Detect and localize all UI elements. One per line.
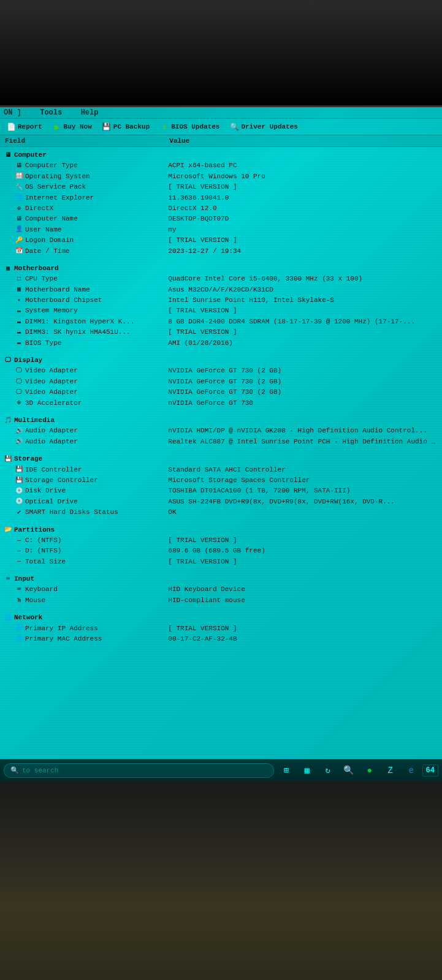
multimedia-section-icon: 🎵 xyxy=(4,417,12,425)
driver-icon: 🔍 xyxy=(229,122,239,132)
table-row[interactable]: ▬ System Memory [ TRIAL VERSION ] xyxy=(0,306,442,316)
taskbar-btn-green[interactable]: ● xyxy=(360,762,379,779)
table-row[interactable]: ✔ SMART Hard Disks Status OK xyxy=(0,507,442,518)
report-icon: 📄 xyxy=(6,122,16,132)
table-row[interactable]: 💾 IDE Controller Standard SATA AHCI Cont… xyxy=(0,465,442,475)
toolbar-report-btn[interactable]: 📄 Report xyxy=(4,121,45,133)
toolbar-pcbackup-btn[interactable]: 💾 PC Backup xyxy=(99,121,152,133)
taskbar-btn-search[interactable]: 🔍 xyxy=(339,762,359,779)
table-row[interactable]: 📅 Date / Time 2023-12-27 / 19:34 xyxy=(0,246,442,257)
taskbar-btn-grid[interactable]: ▦ xyxy=(297,762,317,779)
sp-icon: 🔧 xyxy=(15,183,23,192)
info-table: Field Value 🖥 Computer xyxy=(0,135,442,644)
dx-icon: ⊗ xyxy=(15,205,23,213)
dpart-icon: — xyxy=(15,547,23,556)
taskbar-btn-z[interactable]: Z xyxy=(381,762,400,779)
dimm1-icon: ▬ xyxy=(15,318,23,326)
section-motherboard[interactable]: ▦ Motherboard xyxy=(0,260,442,274)
disk-icon: 💿 xyxy=(15,487,23,496)
taskbar-btn-refresh[interactable]: ↻ xyxy=(318,762,338,779)
toolbar-driver-btn[interactable]: 🔍 Driver Updates xyxy=(227,121,300,133)
toolbar-bios-btn[interactable]: ⬇ BIOS Updates xyxy=(157,121,222,133)
section-storage[interactable]: 💾 Storage xyxy=(0,451,442,464)
taskbar-num-badge: 64 xyxy=(422,764,438,777)
table-row[interactable]: 🌐 Primary MAC Address 00-17-C2-AF-32-4B xyxy=(0,634,442,644)
section-partitions[interactable]: 📂 Partitions xyxy=(0,522,442,535)
table-row[interactable]: ⊗ DirectX DirectX 12.0 xyxy=(0,203,442,214)
table-row[interactable]: 🖥 Computer Name DESKTOP-BQDT07D xyxy=(0,214,442,224)
storage-section-icon: 💾 xyxy=(4,455,12,464)
computer-type-icon: 🖥 xyxy=(15,162,23,170)
datetime-icon: 📅 xyxy=(15,247,23,255)
table-row[interactable]: 🖵 Video Adapter NVIDIA GeForce GT 730 (2… xyxy=(0,366,442,376)
buynow-icon: ▶ xyxy=(52,122,62,132)
table-row[interactable]: — D: (NTFS) 689.6 GB (689.5 GB free) xyxy=(0,546,442,556)
taskbar-search[interactable]: 🔍 to search xyxy=(4,763,274,778)
keyboard-icon: ⌨ xyxy=(15,586,23,594)
ide-icon: 💾 xyxy=(15,466,23,474)
taskbar-btn-start[interactable]: ⊞ xyxy=(276,762,296,779)
toolbar: 📄 Report ▶ Buy Now 💾 PC Backup ⬇ BIOS Up… xyxy=(0,119,442,135)
table-row[interactable]: 🌐 Primary IP Address [ TRIAL VERSION ] xyxy=(0,624,442,634)
table-row[interactable]: — Total Size [ TRIAL VERSION ] xyxy=(0,557,442,567)
domain-icon: 🔑 xyxy=(15,236,23,245)
table-row[interactable]: 🔊 Audio Adapter nVIDIA HDMI/DP @ nVIDIA … xyxy=(0,426,442,436)
table-row[interactable]: ▪ Motherboard Chipset Intel Sunrise Poin… xyxy=(0,295,442,306)
storctrl-icon: 💾 xyxy=(15,477,23,485)
top-bezel xyxy=(0,0,442,107)
table-row[interactable]: 👤 User Name my xyxy=(0,225,442,235)
section-display[interactable]: 🖵 Display xyxy=(0,352,442,366)
table-row[interactable]: ⌨ Keyboard HID Keyboard Device xyxy=(0,584,442,595)
mac-icon: 🌐 xyxy=(15,635,23,644)
table-row[interactable]: — C: (NTFS) [ TRIAL VERSION ] xyxy=(0,535,442,546)
audio2-icon: 🔊 xyxy=(15,437,23,446)
table-row[interactable]: ▬ BIOS Type AMI (01/28/2016) xyxy=(0,338,442,349)
table-row[interactable]: ▬ DIMM1: Kingston HyperX K... 8 GB DDR4-… xyxy=(0,317,442,327)
table-row[interactable]: 🔑 Logon Domain [ TRIAL VERSION ] xyxy=(0,235,442,246)
table-row[interactable]: ▦ Motherboard Name Asus M32CD/A/F/K20CD/… xyxy=(0,285,442,295)
table-row[interactable]: 🖱 Mouse HID-compliant mouse xyxy=(0,595,442,606)
table-row[interactable]: 🖵 Video Adapter NVIDIA GeForce GT 730 (2… xyxy=(0,387,442,398)
menu-tools[interactable]: Tools xyxy=(40,108,62,117)
table-row[interactable]: ▬ DIMM3: SK hynix HMA451U... [ TRIAL VER… xyxy=(0,327,442,337)
dimm3-icon: ▬ xyxy=(15,328,23,337)
search-icon: 🔍 xyxy=(10,766,19,774)
table-row[interactable]: 🔊 Audio Adapter Realtek ALC887 @ Intel S… xyxy=(0,437,442,447)
mouse-icon: 🖱 xyxy=(15,597,23,605)
driver-label: Driver Updates xyxy=(241,123,297,130)
table-row[interactable]: □ CPU Type QuadCore Intel Core i5-6400, … xyxy=(0,274,442,284)
net-section-icon: 🌐 xyxy=(4,614,12,622)
cpart-icon: — xyxy=(15,537,23,545)
section-computer-label: Computer xyxy=(14,151,47,160)
mbname-icon: ▦ xyxy=(15,285,23,294)
table-row[interactable]: 💾 Storage Controller Microsoft Storage S… xyxy=(0,475,442,486)
section-input[interactable]: ⌨ Input xyxy=(0,571,442,584)
menu-bar: ON ] Tools Help xyxy=(0,107,442,119)
section-multimedia[interactable]: 🎵 Multimedia xyxy=(0,412,442,426)
cpu-icon: □ xyxy=(15,275,23,284)
table-row[interactable]: 💿 Disk Drive TOSHIBA DT01ACA100 (1 TB, 7… xyxy=(0,486,442,496)
smart-icon: ✔ xyxy=(15,508,23,517)
search-placeholder: to search xyxy=(22,767,58,774)
table-row[interactable]: 🖵 Video Adapter NVIDIA GeForce GT 730 (2… xyxy=(0,377,442,387)
table-row[interactable]: 🖥 Computer Type ACPI x64-based PC xyxy=(0,160,442,171)
table-row[interactable]: 🔧 OS Service Pack [ TRIAL VERSION ] xyxy=(0,182,442,192)
table-row[interactable]: 🪟 Operating System Microsoft Windows 10 … xyxy=(0,172,442,182)
table-row[interactable]: 🌐 Internet Explorer 11.3636.19041.0 xyxy=(0,193,442,203)
menu-help[interactable]: Help xyxy=(81,108,99,117)
menu-partial-text: ON ] xyxy=(4,108,21,117)
mb-section-icon: ▦ xyxy=(4,265,12,273)
section-computer[interactable]: 🖥 Computer xyxy=(0,147,442,161)
ip-icon: 🌐 xyxy=(15,624,23,633)
table-row[interactable]: 💿 Optical Drive ASUS SH-224FB DVD+R9(8x,… xyxy=(0,497,442,507)
taskbar-btn-edge[interactable]: e xyxy=(402,762,421,779)
section-network[interactable]: 🌐 Network xyxy=(0,609,442,623)
user-icon: 👤 xyxy=(15,225,23,234)
pcbackup-label: PC Backup xyxy=(113,123,150,130)
col-value: Value xyxy=(164,135,442,147)
input-section-icon: ⌨ xyxy=(4,575,12,584)
table-row[interactable]: ⊗ 3D Accelerator nVIDIA GeForce GT 730 xyxy=(0,398,442,409)
toolbar-buynow-btn[interactable]: ▶ Buy Now xyxy=(50,121,94,133)
3dacc-icon: ⊗ xyxy=(15,399,23,407)
computer-section-icon: 🖥 xyxy=(4,151,12,160)
